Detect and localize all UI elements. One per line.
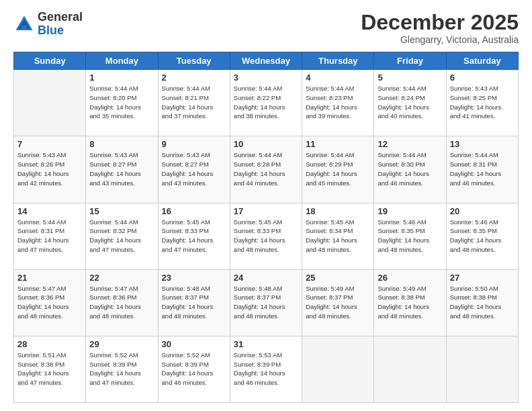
day-number: 28	[17, 339, 82, 349]
day-number: 13	[450, 139, 515, 149]
calendar-cell	[14, 70, 86, 136]
cell-info: Sunrise: 5:44 AM Sunset: 8:31 PM Dayligh…	[450, 150, 515, 187]
day-number: 31	[234, 339, 298, 349]
calendar-cell: 4Sunrise: 5:44 AM Sunset: 8:23 PM Daylig…	[302, 70, 374, 136]
weekday-header-friday: Friday	[374, 52, 446, 70]
day-number: 2	[162, 73, 226, 83]
cell-info: Sunrise: 5:46 AM Sunset: 8:35 PM Dayligh…	[378, 218, 442, 255]
logo-blue: Blue	[38, 24, 64, 37]
calendar-cell: 27Sunrise: 5:50 AM Sunset: 8:38 PM Dayli…	[446, 269, 518, 336]
day-number: 1	[89, 73, 154, 83]
calendar-cell: 25Sunrise: 5:49 AM Sunset: 8:37 PM Dayli…	[302, 269, 374, 336]
cell-info: Sunrise: 5:48 AM Sunset: 8:37 PM Dayligh…	[162, 284, 226, 321]
day-number: 30	[162, 339, 226, 349]
day-number: 12	[378, 139, 442, 149]
cell-info: Sunrise: 5:46 AM Sunset: 8:35 PM Dayligh…	[450, 218, 515, 255]
day-number: 14	[17, 206, 82, 216]
cell-info: Sunrise: 5:44 AM Sunset: 8:30 PM Dayligh…	[378, 150, 442, 187]
calendar-cell: 22Sunrise: 5:47 AM Sunset: 8:36 PM Dayli…	[86, 269, 158, 336]
month-title: December 2025	[361, 11, 519, 34]
calendar-cell: 28Sunrise: 5:51 AM Sunset: 8:38 PM Dayli…	[14, 336, 86, 402]
calendar-cell: 31Sunrise: 5:53 AM Sunset: 8:39 PM Dayli…	[230, 336, 302, 402]
cell-info: Sunrise: 5:44 AM Sunset: 8:32 PM Dayligh…	[89, 218, 154, 255]
cell-info: Sunrise: 5:47 AM Sunset: 8:36 PM Dayligh…	[89, 284, 154, 321]
logo-general: General	[38, 10, 83, 24]
calendar-cell: 17Sunrise: 5:45 AM Sunset: 8:33 PM Dayli…	[230, 203, 302, 269]
header: General Blue December 2025 Glengarry, Vi…	[13, 11, 519, 45]
day-number: 7	[17, 139, 82, 149]
day-number: 8	[89, 139, 154, 149]
cell-info: Sunrise: 5:47 AM Sunset: 8:36 PM Dayligh…	[17, 284, 82, 321]
cell-info: Sunrise: 5:44 AM Sunset: 8:24 PM Dayligh…	[378, 84, 442, 121]
cell-info: Sunrise: 5:44 AM Sunset: 8:21 PM Dayligh…	[162, 84, 226, 121]
cell-info: Sunrise: 5:44 AM Sunset: 8:29 PM Dayligh…	[306, 150, 370, 187]
cell-info: Sunrise: 5:43 AM Sunset: 8:25 PM Dayligh…	[450, 84, 515, 121]
cell-info: Sunrise: 5:48 AM Sunset: 8:37 PM Dayligh…	[234, 284, 298, 321]
location: Glengarry, Victoria, Australia	[361, 34, 519, 45]
week-row-3: 14Sunrise: 5:44 AM Sunset: 8:31 PM Dayli…	[14, 203, 519, 269]
calendar-cell: 19Sunrise: 5:46 AM Sunset: 8:35 PM Dayli…	[374, 203, 446, 269]
week-row-4: 21Sunrise: 5:47 AM Sunset: 8:36 PM Dayli…	[14, 269, 519, 336]
logo-text: General Blue	[38, 11, 83, 38]
calendar-cell: 16Sunrise: 5:45 AM Sunset: 8:33 PM Dayli…	[158, 203, 230, 269]
cell-info: Sunrise: 5:44 AM Sunset: 8:28 PM Dayligh…	[234, 150, 298, 187]
calendar-cell: 29Sunrise: 5:52 AM Sunset: 8:39 PM Dayli…	[86, 336, 158, 402]
weekday-header-monday: Monday	[86, 52, 158, 70]
calendar-cell: 30Sunrise: 5:52 AM Sunset: 8:39 PM Dayli…	[158, 336, 230, 402]
calendar-cell: 26Sunrise: 5:49 AM Sunset: 8:38 PM Dayli…	[374, 269, 446, 336]
cell-info: Sunrise: 5:44 AM Sunset: 8:22 PM Dayligh…	[234, 84, 298, 121]
calendar-cell: 1Sunrise: 5:44 AM Sunset: 8:20 PM Daylig…	[86, 70, 158, 136]
calendar-cell: 2Sunrise: 5:44 AM Sunset: 8:21 PM Daylig…	[158, 70, 230, 136]
weekday-header-thursday: Thursday	[302, 52, 374, 70]
cell-info: Sunrise: 5:44 AM Sunset: 8:23 PM Dayligh…	[306, 84, 370, 121]
day-number: 25	[306, 273, 370, 283]
calendar-cell: 24Sunrise: 5:48 AM Sunset: 8:37 PM Dayli…	[230, 269, 302, 336]
week-row-5: 28Sunrise: 5:51 AM Sunset: 8:38 PM Dayli…	[14, 336, 519, 402]
calendar-cell: 12Sunrise: 5:44 AM Sunset: 8:30 PM Dayli…	[374, 136, 446, 203]
calendar-cell	[302, 336, 374, 402]
day-number: 16	[162, 206, 226, 216]
day-number: 10	[234, 139, 298, 149]
page: General Blue December 2025 Glengarry, Vi…	[0, 0, 532, 411]
day-number: 27	[450, 273, 515, 283]
calendar-cell: 15Sunrise: 5:44 AM Sunset: 8:32 PM Dayli…	[86, 203, 158, 269]
cell-info: Sunrise: 5:52 AM Sunset: 8:39 PM Dayligh…	[162, 351, 226, 387]
day-number: 11	[306, 139, 370, 149]
calendar-cell: 3Sunrise: 5:44 AM Sunset: 8:22 PM Daylig…	[230, 70, 302, 136]
logo: General Blue	[13, 11, 83, 38]
cell-info: Sunrise: 5:50 AM Sunset: 8:38 PM Dayligh…	[450, 284, 515, 321]
cell-info: Sunrise: 5:45 AM Sunset: 8:33 PM Dayligh…	[234, 218, 298, 255]
calendar-cell: 9Sunrise: 5:43 AM Sunset: 8:27 PM Daylig…	[158, 136, 230, 203]
logo-icon	[13, 13, 35, 35]
weekday-header-tuesday: Tuesday	[158, 52, 230, 70]
calendar-cell: 18Sunrise: 5:45 AM Sunset: 8:34 PM Dayli…	[302, 203, 374, 269]
day-number: 9	[162, 139, 226, 149]
calendar-cell: 7Sunrise: 5:43 AM Sunset: 8:26 PM Daylig…	[14, 136, 86, 203]
cell-info: Sunrise: 5:49 AM Sunset: 8:38 PM Dayligh…	[378, 284, 442, 321]
cell-info: Sunrise: 5:51 AM Sunset: 8:38 PM Dayligh…	[17, 351, 82, 387]
cell-info: Sunrise: 5:45 AM Sunset: 8:34 PM Dayligh…	[306, 218, 370, 255]
cell-info: Sunrise: 5:43 AM Sunset: 8:26 PM Dayligh…	[17, 150, 82, 187]
calendar-cell	[374, 336, 446, 402]
calendar-cell: 13Sunrise: 5:44 AM Sunset: 8:31 PM Dayli…	[446, 136, 518, 203]
calendar-cell: 5Sunrise: 5:44 AM Sunset: 8:24 PM Daylig…	[374, 70, 446, 136]
calendar-cell: 20Sunrise: 5:46 AM Sunset: 8:35 PM Dayli…	[446, 203, 518, 269]
day-number: 17	[234, 206, 298, 216]
cell-info: Sunrise: 5:49 AM Sunset: 8:37 PM Dayligh…	[306, 284, 370, 321]
day-number: 29	[89, 339, 154, 349]
weekday-header-row: SundayMondayTuesdayWednesdayThursdayFrid…	[14, 52, 519, 70]
cell-info: Sunrise: 5:45 AM Sunset: 8:33 PM Dayligh…	[162, 218, 226, 255]
weekday-header-saturday: Saturday	[446, 52, 518, 70]
day-number: 15	[89, 206, 154, 216]
calendar-table: SundayMondayTuesdayWednesdayThursdayFrid…	[13, 52, 519, 403]
title-block: December 2025 Glengarry, Victoria, Austr…	[361, 11, 519, 45]
cell-info: Sunrise: 5:43 AM Sunset: 8:27 PM Dayligh…	[89, 150, 154, 187]
cell-info: Sunrise: 5:44 AM Sunset: 8:20 PM Dayligh…	[89, 84, 154, 121]
day-number: 18	[306, 206, 370, 216]
calendar-cell: 11Sunrise: 5:44 AM Sunset: 8:29 PM Dayli…	[302, 136, 374, 203]
weekday-header-sunday: Sunday	[14, 52, 86, 70]
cell-info: Sunrise: 5:52 AM Sunset: 8:39 PM Dayligh…	[89, 351, 154, 387]
calendar-cell: 6Sunrise: 5:43 AM Sunset: 8:25 PM Daylig…	[446, 70, 518, 136]
day-number: 21	[17, 273, 82, 283]
calendar-cell: 8Sunrise: 5:43 AM Sunset: 8:27 PM Daylig…	[86, 136, 158, 203]
